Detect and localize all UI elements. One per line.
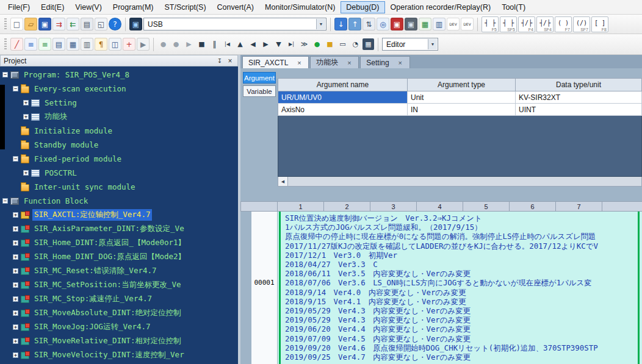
fkey-sf7-button[interactable]: (/)SF7 [573, 16, 590, 32]
step-first-icon[interactable]: |◀ [222, 38, 233, 50]
tab-gongnengkuai[interactable]: 功能块 [310, 56, 359, 68]
close-icon[interactable] [226, 57, 234, 65]
argument-panel-tab-variable[interactable]: Variable [243, 85, 276, 97]
step-down-icon[interactable]: ▼ [273, 38, 284, 50]
tree-item-gongnengkuai[interactable]: 功能块 [0, 110, 238, 124]
fkey-f4-button[interactable]: ┤/├F4 [518, 16, 535, 32]
collapse-icon[interactable] [2, 198, 8, 204]
rung-comment-block[interactable]: SIR位置決め速度制御バージョン Ver.3.2⇒KJコメント1パルス方式のJO… [278, 212, 642, 364]
expand-icon[interactable] [13, 268, 18, 274]
registration-monitor-icon[interactable]: ▦ [419, 18, 431, 30]
expand-icon[interactable] [13, 310, 18, 316]
receive-mail-icon[interactable]: ⇇ [67, 18, 79, 30]
toolbar-grip[interactable] [4, 18, 7, 30]
expand-icon[interactable] [13, 212, 18, 218]
read-from-plc-icon[interactable]: ↑ [348, 18, 361, 30]
argument-hscrollbar[interactable] [278, 177, 642, 187]
open-project-icon[interactable]: ▱ [24, 18, 37, 30]
expand-icon[interactable] [13, 254, 18, 260]
collapse-icon[interactable] [13, 86, 18, 91]
ladder-diagram-icon[interactable]: ▤ [52, 38, 65, 51]
grid-view-icon[interactable]: ▦ [67, 38, 79, 51]
tree-item-sir-home-dog[interactable]: SIR_Home_DINT_DOG:原点返回【Mode2】 [0, 250, 238, 264]
record-standby-icon[interactable]: ● [157, 38, 169, 50]
watch-window-icon[interactable]: ▭ [337, 38, 348, 50]
fkey-f8-button[interactable]: [ ]F8 [591, 16, 608, 32]
new-project-icon[interactable]: □ [10, 18, 23, 30]
fkey-sf4-button[interactable]: ┤/├SF4 [536, 16, 554, 32]
argument-cell[interactable]: IN [408, 104, 516, 116]
menu-edit[interactable]: Edit(E) [35, 1, 70, 13]
collapse-icon[interactable] [2, 72, 8, 77]
tree-item-sir-mc-setposition[interactable]: SIR_MC_SetPosition:当前坐标更改_Ve [0, 278, 238, 292]
argument-cell[interactable]: UR/UM/UV0 [278, 91, 408, 104]
edit-mode-icon[interactable]: ╱ [10, 38, 23, 51]
expand-icon[interactable] [13, 282, 18, 288]
tree-item-sir-movevelocity[interactable]: SIR_MoveVelocity_DINT:速度控制_Ver [0, 348, 238, 362]
collapse-icon[interactable] [13, 156, 18, 162]
fkey-sf5-button[interactable]: ┤ ├SF5 [500, 16, 517, 32]
send-mail-icon[interactable]: ⇉ [52, 18, 65, 30]
toolbar-grip[interactable] [4, 38, 7, 51]
record-standby-2-icon[interactable]: ● [170, 38, 182, 50]
expand-icon[interactable] [13, 240, 18, 246]
tree-item-posctrl[interactable]: POSCTRL [0, 166, 238, 180]
menu-file[interactable]: File(F) [2, 1, 35, 13]
scroll-left-icon[interactable] [278, 177, 288, 186]
argument-cell[interactable]: Unit [408, 91, 516, 104]
device-window-2-icon[interactable]: DEV [461, 18, 474, 30]
menu-monitor-simulator[interactable]: Monitor/Simulator(N) [259, 1, 341, 13]
print-icon[interactable]: ▤ [81, 18, 93, 30]
tree-item-sir-mc-stop[interactable]: SIR_MC_Stop:减速停止_Ver4.7 [0, 292, 238, 306]
comm-monitor-icon[interactable]: ▣ [129, 18, 142, 30]
verify-program-icon[interactable]: ⇅ [362, 18, 375, 30]
step-last-icon[interactable]: ▶| [286, 38, 297, 50]
menu-view[interactable]: View(V) [70, 1, 107, 13]
transfer-to-plc-icon[interactable]: ↓ [334, 18, 347, 30]
mnemonic-list-icon[interactable]: ≡ [38, 38, 51, 51]
expand-icon[interactable] [13, 296, 18, 302]
expand-icon[interactable] [13, 226, 18, 232]
step-forward-icon[interactable]: ▶ [260, 38, 272, 50]
argument-cell[interactable]: AxisNo [278, 104, 408, 116]
help-icon[interactable]: ? [109, 18, 121, 30]
tab-close-icon[interactable] [295, 59, 303, 66]
tab-setting[interactable]: Setting [360, 56, 409, 68]
argument-panel-tab-argument[interactable]: Argument [243, 72, 276, 84]
expand-icon[interactable] [13, 324, 18, 330]
instruction-list-icon[interactable]: ≡ [24, 38, 37, 51]
tree-item-sir-movejog[interactable]: SIR_MoveJog:JOG运转_Ver4.7 [0, 320, 238, 334]
tree-item-sir-mc-reset[interactable]: SIR_MC_Reset:错误清除_Ver4.7 [0, 264, 238, 278]
tree-item-inter-unit[interactable]: Inter-unit sync module [0, 180, 238, 194]
menu-debug[interactable]: Debug(D) [341, 1, 384, 13]
step-back-icon[interactable]: ◀ [247, 38, 259, 50]
tree-item-setting[interactable]: Setting [0, 96, 238, 110]
argument-cell[interactable]: KV-SIR32XT [516, 91, 642, 104]
tab-close-icon[interactable] [345, 59, 353, 66]
step-up-icon[interactable]: ▲ [234, 38, 246, 50]
tree-item-fixed-period[interactable]: Fixed-period module [0, 152, 238, 166]
fkey-f7-button[interactable]: ( )F7 [555, 16, 572, 32]
menu-tool[interactable]: Tool(T) [496, 1, 531, 13]
menu-program[interactable]: Program(M) [107, 1, 159, 13]
time-chart-icon[interactable]: ◔ [350, 38, 361, 50]
expand-icon[interactable] [23, 114, 29, 120]
expand-icon[interactable] [23, 170, 29, 176]
online-run-icon[interactable]: ● [311, 38, 323, 50]
chevron-down-icon[interactable] [316, 19, 325, 29]
fkey-f5-button[interactable]: ┤ ├F5 [482, 16, 499, 32]
pin-icon[interactable] [215, 57, 224, 65]
device-comment-icon[interactable]: ◫ [109, 38, 121, 51]
pause-icon[interactable]: ‖ [209, 38, 220, 50]
device-window-icon[interactable]: DEV [447, 18, 460, 30]
tree-item-sir-axisparameter[interactable]: SIR_AxisParameter_DINT:参数设定_Ve [0, 222, 238, 236]
tree-item-program[interactable]: Program: SIR_POS_Ver4_8 [0, 68, 238, 82]
capture-icon[interactable]: ▦ [362, 38, 374, 50]
tab-close-icon[interactable] [397, 59, 404, 66]
expand-icon[interactable] [13, 352, 18, 358]
tree-item-sir-axctl[interactable]: SIR_AXCTL:定位轴控制_Ver4.7 [0, 208, 238, 222]
scroll-track[interactable] [288, 177, 641, 186]
tree-item-initialize[interactable]: Initialize module [0, 124, 238, 138]
editor-select[interactable]: Editor [382, 38, 438, 51]
tree-item-standby[interactable]: Standby module [0, 138, 238, 152]
